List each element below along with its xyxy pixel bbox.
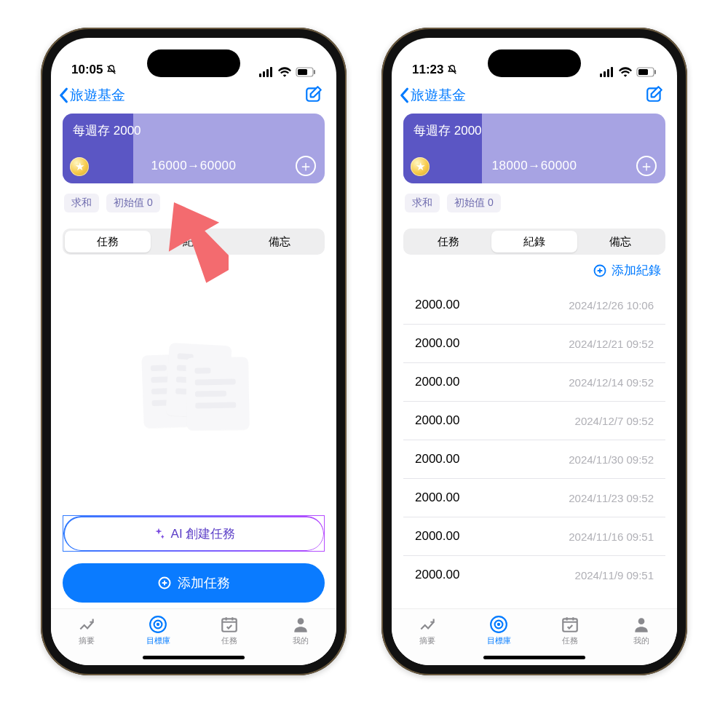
ai-button-label: AI 創建任務 <box>171 525 236 542</box>
add-progress-button[interactable]: ＋ <box>636 156 657 176</box>
svg-rect-19 <box>638 69 648 75</box>
plus-circle-icon <box>157 576 172 590</box>
tab-tasks-label: 任務 <box>562 635 578 646</box>
goal-card-title: 每週存 2000 <box>414 122 482 139</box>
add-record-button[interactable]: 添加紀錄 <box>403 255 665 286</box>
svg-rect-12 <box>222 619 237 631</box>
record-row[interactable]: 2000.002024/11/30 09:52 <box>403 440 665 479</box>
record-row[interactable]: 2000.002024/12/26 10:06 <box>403 286 665 325</box>
record-amount: 2000.00 <box>415 298 459 312</box>
segmented-control[interactable]: 任務 紀錄 備忘 <box>63 229 325 255</box>
seg-records[interactable]: 紀錄 <box>151 231 237 253</box>
status-time: 11:23 <box>412 63 443 77</box>
chart-up-icon <box>418 615 437 634</box>
battery-icon <box>296 67 316 77</box>
svg-rect-2 <box>266 69 269 77</box>
calendar-check-icon <box>561 615 579 634</box>
person-icon <box>632 615 651 634</box>
record-row[interactable]: 2000.002024/11/9 09:51 <box>403 556 665 594</box>
status-time: 10:05 <box>71 63 103 77</box>
cellular-icon <box>600 67 614 77</box>
record-timestamp: 2024/12/7 09:52 <box>575 415 654 427</box>
chip-mode[interactable]: 求和 <box>405 194 440 212</box>
home-indicator[interactable] <box>143 656 245 659</box>
target-icon <box>149 615 167 634</box>
empty-state <box>63 255 325 515</box>
wifi-icon <box>278 67 291 77</box>
record-row[interactable]: 2000.002024/11/23 09:52 <box>403 479 665 517</box>
chevron-left-icon <box>58 87 68 103</box>
plus-circle-icon <box>593 263 607 278</box>
add-progress-button[interactable]: ＋ <box>296 156 316 176</box>
calendar-check-icon <box>220 615 239 634</box>
svg-rect-14 <box>600 74 602 77</box>
record-timestamp: 2024/12/21 09:52 <box>569 338 654 350</box>
record-amount: 2000.00 <box>415 413 459 428</box>
tab-mine[interactable]: 我的 <box>265 609 336 652</box>
documents-icon <box>143 341 245 429</box>
tab-goals-label: 目標庫 <box>487 635 511 646</box>
chip-initial-value[interactable]: 初始值 0 <box>447 194 501 212</box>
chip-initial-value[interactable]: 初始值 0 <box>106 194 160 212</box>
svg-point-13 <box>298 618 304 624</box>
chart-up-icon <box>77 615 96 634</box>
home-indicator[interactable] <box>483 656 585 659</box>
tab-goals[interactable]: 目標庫 <box>122 609 194 652</box>
svg-rect-15 <box>604 71 606 77</box>
tab-goals[interactable]: 目標庫 <box>463 609 534 652</box>
goal-progress-card[interactable]: 每週存 2000 ★ 18000→60000 ＋ <box>403 114 665 183</box>
svg-rect-3 <box>270 67 272 77</box>
add-record-label: 添加紀錄 <box>612 262 661 279</box>
add-task-label: 添加任務 <box>178 574 230 592</box>
records-list: 2000.002024/12/26 10:062000.002024/12/21… <box>403 286 665 599</box>
record-row[interactable]: 2000.002024/12/7 09:52 <box>403 402 665 440</box>
seg-notes[interactable]: 備忘 <box>577 231 663 253</box>
tab-summary[interactable]: 摘要 <box>51 609 122 652</box>
record-amount: 2000.00 <box>415 452 459 466</box>
segmented-control[interactable]: 任務 紀錄 備忘 <box>403 229 665 255</box>
svg-point-27 <box>638 618 645 624</box>
tab-tasks[interactable]: 任務 <box>534 609 606 652</box>
compose-icon <box>304 84 323 103</box>
svg-rect-0 <box>259 74 261 77</box>
goal-progress-text: 16000→60000 <box>63 159 325 173</box>
record-row[interactable]: 2000.002024/11/16 09:51 <box>403 517 665 556</box>
compose-icon <box>645 84 664 103</box>
chevron-left-icon <box>399 87 409 103</box>
tab-tasks[interactable]: 任務 <box>194 609 265 652</box>
nav-bar: 旅遊基金 <box>51 79 336 111</box>
tab-mine[interactable]: 我的 <box>606 609 677 652</box>
tab-goals-label: 目標庫 <box>146 635 170 646</box>
back-button[interactable]: 旅遊基金 <box>399 86 466 105</box>
edit-button[interactable] <box>645 84 664 106</box>
back-button[interactable]: 旅遊基金 <box>58 86 125 105</box>
edit-button[interactable] <box>304 84 323 106</box>
seg-notes[interactable]: 備忘 <box>237 231 323 253</box>
record-amount: 2000.00 <box>415 490 459 505</box>
svg-point-11 <box>157 623 159 626</box>
silent-icon <box>106 64 117 76</box>
ai-create-task-button[interactable]: AI 創建任務 <box>63 515 325 552</box>
record-timestamp: 2024/11/30 09:52 <box>569 453 654 466</box>
record-timestamp: 2024/11/23 09:52 <box>569 492 654 504</box>
seg-records[interactable]: 紀錄 <box>491 231 577 253</box>
goal-card-title: 每週存 2000 <box>73 122 141 139</box>
svg-rect-17 <box>611 67 613 77</box>
record-timestamp: 2024/11/16 09:51 <box>569 531 654 543</box>
tab-mine-label: 我的 <box>633 635 649 646</box>
back-title: 旅遊基金 <box>70 86 125 105</box>
record-row[interactable]: 2000.002024/12/14 09:52 <box>403 363 665 402</box>
record-timestamp: 2024/11/9 09:51 <box>575 569 654 581</box>
record-row[interactable]: 2000.002024/12/21 09:52 <box>403 325 665 363</box>
seg-tasks[interactable]: 任務 <box>405 231 491 253</box>
record-amount: 2000.00 <box>415 529 459 544</box>
back-title: 旅遊基金 <box>411 86 466 105</box>
add-task-button[interactable]: 添加任務 <box>63 563 325 603</box>
seg-tasks[interactable]: 任務 <box>65 231 151 253</box>
svg-point-25 <box>497 623 500 626</box>
svg-rect-16 <box>607 69 609 77</box>
goal-progress-card[interactable]: 每週存 2000 ★ 16000→60000 ＋ <box>63 114 325 183</box>
chip-mode[interactable]: 求和 <box>64 194 99 212</box>
tab-summary[interactable]: 摘要 <box>392 609 463 652</box>
record-amount: 2000.00 <box>415 336 459 351</box>
